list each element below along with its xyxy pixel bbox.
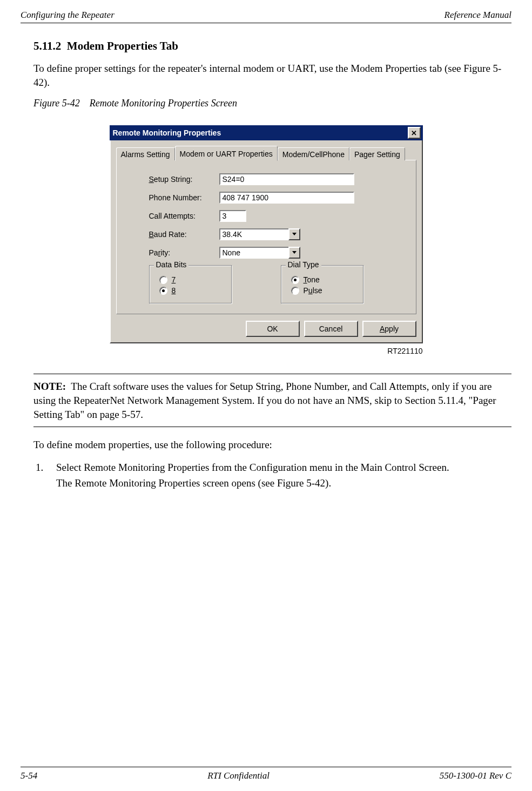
combo-parity-value: None [219, 247, 289, 259]
row-phone-number: Phone Number: 408 747 1900 [149, 192, 406, 204]
note-text: The Craft software uses the values for S… [33, 381, 496, 420]
dialog-body: Alarms Setting Modem or UART Properties … [110, 140, 423, 343]
dialog-titlebar[interactable]: Remote Monitoring Properties ✕ [110, 125, 423, 140]
svg-marker-1 [292, 251, 297, 254]
figure-text: Remote Monitoring Properties Screen [90, 98, 237, 109]
group-data-bits-title: Data Bits [154, 260, 189, 269]
radio-dial-tone[interactable]: Tone [291, 275, 351, 284]
note-paragraph: NOTE: The Craft software uses the values… [33, 380, 511, 421]
chevron-down-icon [292, 251, 297, 254]
note-rule-bottom [33, 427, 511, 427]
close-icon: ✕ [411, 130, 417, 137]
radio-label: 7 [172, 275, 176, 284]
radio-label: Pulse [304, 286, 322, 295]
step-text: Select Remote Monitoring Properties from… [56, 462, 449, 473]
group-data-bits: Data Bits 7 8 [149, 265, 232, 304]
ok-button[interactable]: OK [246, 321, 300, 337]
note-rule-top [33, 374, 511, 374]
tab-pager-setting[interactable]: Pager Setting [349, 147, 405, 160]
row-call-attempts: Call Attempts: 3 [149, 210, 406, 222]
procedure-list: Select Remote Monitoring Properties from… [36, 461, 511, 490]
tab-strip: Alarms Setting Modem or UART Properties … [116, 146, 416, 160]
radio-icon [159, 276, 167, 284]
combo-parity[interactable]: None [219, 247, 300, 259]
label-call-attempts: Call Attempts: [149, 212, 219, 220]
tab-alarms-setting[interactable]: Alarms Setting [116, 147, 175, 160]
svg-marker-0 [292, 233, 297, 235]
note-label: NOTE: [33, 381, 66, 392]
dialog-window: Remote Monitoring Properties ✕ Alarms Se… [110, 125, 423, 343]
section-number: 5.11.2 [33, 39, 61, 52]
tab-panel: Setup String: S24=0 Phone Number: 408 74… [116, 160, 416, 314]
header-right: Reference Manual [445, 10, 511, 21]
close-button[interactable]: ✕ [408, 127, 421, 139]
radio-data-bits-8[interactable]: 8 [159, 286, 219, 295]
input-phone-number[interactable]: 408 747 1900 [219, 192, 354, 204]
image-reference-id: RT221110 [110, 347, 423, 355]
page-footer: 5-54 RTI Confidential 550-1300-01 Rev C [21, 767, 511, 781]
combo-baud-rate[interactable]: 38.4K [219, 228, 300, 240]
figure-container: Remote Monitoring Properties ✕ Alarms Se… [21, 125, 511, 343]
label-baud-rate: Baud Rate: [149, 230, 219, 239]
chevron-down-icon [292, 233, 297, 236]
row-baud-rate: Baud Rate: 38.4K [149, 228, 406, 240]
intro-paragraph: To define proper settings for the repeat… [33, 62, 511, 89]
dialog-button-row: OK Cancel Apply [116, 321, 416, 337]
header-left: Configuring the Repeater [21, 10, 115, 21]
page-header: Configuring the Repeater Reference Manua… [21, 10, 511, 21]
combo-parity-button[interactable] [288, 247, 300, 259]
group-row: Data Bits 7 8 [149, 265, 406, 304]
tab-modem-uart-properties[interactable]: Modem or UART Properties [175, 146, 278, 161]
dialog-title: Remote Monitoring Properties [113, 129, 221, 137]
radio-icon [291, 287, 299, 295]
radio-icon [291, 276, 299, 284]
radio-label: 8 [172, 286, 176, 295]
figure-caption: Figure 5-42 Remote Monitoring Properties… [33, 98, 511, 109]
tab-modem-cellphone[interactable]: Modem/CellPhone [278, 147, 349, 160]
figure-label: Figure 5-42 [33, 98, 80, 109]
footer-center: RTI Confidential [207, 770, 270, 781]
row-setup-string: Setup String: S24=0 [149, 173, 406, 185]
label-parity: PParity: [149, 248, 219, 257]
label-phone-number: Phone Number: [149, 193, 219, 202]
apply-button[interactable]: Apply [362, 321, 416, 337]
input-setup-string[interactable]: S24=0 [219, 173, 354, 185]
row-parity: PParity: None [149, 247, 406, 259]
combo-baud-rate-button[interactable] [288, 228, 300, 240]
procedure-intro: To define modem properties, use the foll… [33, 438, 511, 452]
radio-data-bits-7[interactable]: 7 [159, 275, 219, 284]
radio-label: Tone [304, 275, 320, 284]
group-dial-type: Dial Type Tone Pulse [281, 265, 364, 304]
footer-right: 550-1300-01 Rev C [440, 770, 511, 781]
procedure-step-1: Select Remote Monitoring Properties from… [36, 461, 511, 490]
section-title: Modem Properties Tab [67, 39, 178, 52]
cancel-button[interactable]: Cancel [304, 321, 358, 337]
group-dial-type-title: Dial Type [286, 260, 321, 269]
combo-baud-rate-value: 38.4K [219, 228, 289, 240]
input-call-attempts[interactable]: 3 [219, 210, 246, 222]
label-setup-string: Setup String: [149, 175, 219, 184]
section-heading: 5.11.2 Modem Properties Tab [33, 39, 511, 53]
step-subtext: The Remote Monitoring Properties screen … [56, 476, 511, 490]
radio-icon [159, 287, 167, 295]
footer-left: 5-54 [21, 770, 37, 781]
radio-dial-pulse[interactable]: Pulse [291, 286, 351, 295]
